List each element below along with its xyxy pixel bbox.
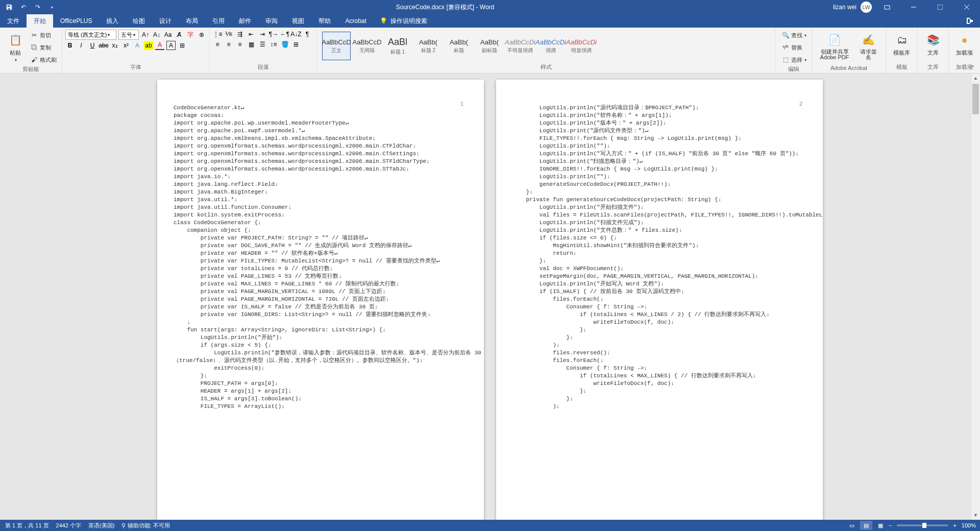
tab-design[interactable]: 设计 <box>152 14 179 28</box>
status-words[interactable]: 2442 个字 <box>56 522 82 529</box>
distribute-icon[interactable]: ☰ <box>258 40 267 49</box>
show-marks-icon[interactable]: ¶ <box>303 30 312 39</box>
tab-acrobat[interactable]: Acrobat <box>338 14 373 28</box>
tell-me-search[interactable]: 💡 操作说明搜索 <box>380 14 427 28</box>
page-2[interactable]: 2 LogUtils.println("源代码项目目录：$PROJECT_PAT… <box>496 80 823 520</box>
code-line[interactable]: LogUtils.println("源代码项目目录：$PROJECT_PATH"… <box>512 104 806 112</box>
web-layout-icon[interactable]: ▦ <box>874 521 887 530</box>
code-line[interactable]: LogUtils.println("写入方式：" + (if (IS_HALF)… <box>512 150 806 158</box>
code-line[interactable]: HEADER = args[1] + args[2]↓ <box>174 388 468 395</box>
style-item-7[interactable]: AaBbCcDi强调 <box>536 32 565 60</box>
code-line[interactable]: private var IGNORE_DIRS: List<String>? =… <box>174 311 468 319</box>
enclose-icon[interactable]: ⊕ <box>197 30 206 39</box>
qat-customize-icon[interactable]: ▾ <box>47 2 57 12</box>
line-spacing-icon[interactable]: ↕≡ <box>269 40 278 49</box>
template-lib-button[interactable]: 🗂模板库 <box>889 30 914 59</box>
tab-insert[interactable]: 插入 <box>99 14 126 28</box>
code-line[interactable]: private val PAGE_MARGIN_VERTICAL = 1080L… <box>174 288 468 296</box>
print-layout-icon[interactable]: ▤ <box>860 521 872 530</box>
ribbon-display-icon[interactable] <box>876 0 898 14</box>
code-line[interactable]: }↓ <box>512 395 806 403</box>
code-line[interactable]: private var HEADER = "" // 软件名称+版本号↵ <box>174 250 468 257</box>
minimize-button[interactable] <box>902 0 925 14</box>
code-line[interactable]: writeFileToDocx(f, doc)↓ <box>512 380 806 388</box>
status-page[interactable]: 第 1 页，共 11 页 <box>5 522 49 529</box>
code-line[interactable]: if (totalLines < MAX_LINES) { // 行数达到要求则… <box>512 372 806 380</box>
code-line[interactable]: import org.openxmlformats.schemas.wordpr… <box>174 150 468 158</box>
code-line[interactable]: class CodeDocxGenerator {↓ <box>174 219 468 227</box>
code-line[interactable]: LogUtils.println("扫描文件完成")↓ <box>512 219 806 227</box>
style-item-8[interactable]: AaBbCcDi明显强调 <box>567 32 596 60</box>
code-line[interactable]: LogUtils.print("源代码文件类型：")↵ <box>512 127 806 135</box>
decrease-indent-icon[interactable]: ⇤ <box>247 30 256 39</box>
code-line[interactable]: private val PAGE_MARGIN_HORIZONTAL = 720… <box>174 296 468 303</box>
shading-icon[interactable]: 🪣 <box>280 40 289 49</box>
text-effects-icon[interactable]: A <box>133 41 142 50</box>
code-line[interactable]: import java.math.BigInteger↓ <box>174 188 468 196</box>
increase-indent-icon[interactable]: ⇥ <box>258 30 267 39</box>
tab-mailings[interactable]: 邮件 <box>232 14 258 28</box>
document-area[interactable]: 1 CodeDocxGenerator.kt↵package cocoas↓im… <box>0 74 980 520</box>
code-line[interactable]: import java.io.*↓ <box>174 173 468 181</box>
multilevel-icon[interactable]: ⇶ <box>235 30 244 39</box>
zoom-out-icon[interactable]: − <box>889 522 892 528</box>
zoom-slider[interactable] <box>897 524 948 526</box>
scroll-thumb[interactable] <box>972 84 979 114</box>
style-item-5[interactable]: AaBb(副标题 <box>475 32 504 60</box>
request-sign-button[interactable]: ✍请求签名 <box>854 30 883 62</box>
cut-button[interactable]: ✂剪切 <box>28 30 59 41</box>
strikethrough-icon[interactable]: abc <box>99 41 108 50</box>
copy-button[interactable]: ⿻复制 <box>28 42 59 53</box>
tab-officeplus[interactable]: OfficePLUS <box>53 14 99 28</box>
code-line[interactable]: }↓ <box>512 388 806 395</box>
code-line[interactable]: import org.openxmlformats.schemas.wordpr… <box>174 165 468 173</box>
code-line[interactable]: import java.util.*↓ <box>174 196 468 204</box>
scroll-down-icon[interactable]: ▼ <box>971 511 980 520</box>
code-line[interactable]: if (files.size <= 0) {↓ <box>512 234 806 242</box>
borders-icon[interactable]: ⊞ <box>291 40 301 49</box>
align-left-icon[interactable]: ≡ <box>213 40 222 49</box>
align-center-icon[interactable]: ≡ <box>224 40 233 49</box>
code-line[interactable]: private val PAGE_LINES = 53 // 文档每页行数↓ <box>174 273 468 280</box>
char-shading-icon[interactable]: ⊞ <box>178 41 187 50</box>
select-button[interactable]: ⬚选择▾ <box>779 54 808 65</box>
code-line[interactable]: if (IS_HALF) { // 按前后各 30 页写入源码文档中↓ <box>512 288 806 296</box>
code-line[interactable]: Consumer { f: String ->↓ <box>512 303 806 311</box>
format-painter-button[interactable]: 🖌格式刷 <box>28 54 59 65</box>
code-line[interactable]: Consumer { f: String ->↓ <box>512 365 806 372</box>
code-line[interactable]: writeFileToDocx(f, doc)↓ <box>512 319 806 326</box>
code-line[interactable]: private fun generateSourceCodeDocx(proje… <box>512 196 806 204</box>
tab-view[interactable]: 视图 <box>285 14 311 28</box>
code-line[interactable]: import org.apache.poi.xwpf.usermodel.*↵ <box>174 127 468 135</box>
tab-review[interactable]: 审阅 <box>258 14 285 28</box>
code-line[interactable]: CodeDocxGenerator.kt↵ <box>174 104 468 112</box>
code-line[interactable]: }↓ <box>512 334 806 342</box>
code-line[interactable]: files.forEach(↓ <box>512 357 806 365</box>
read-mode-icon[interactable]: ▭ <box>846 521 858 530</box>
zoom-in-icon[interactable]: + <box>953 522 956 528</box>
align-right-icon[interactable]: ≡ <box>235 40 244 49</box>
highlight-icon[interactable]: ab <box>144 41 153 50</box>
scroll-up-icon[interactable]: ▲ <box>971 74 980 83</box>
code-line[interactable]: import org.openxmlformats.schemas.wordpr… <box>174 158 468 165</box>
bullets-icon[interactable]: ⋮≡ <box>213 30 222 39</box>
find-button[interactable]: 🔍查找▾ <box>779 30 808 41</box>
collapse-ribbon-icon[interactable]: ⌃ <box>968 64 978 72</box>
create-pdf-button[interactable]: 📄创建并共享 Adobe PDF <box>815 30 854 62</box>
numbering-icon[interactable]: ⅟≡ <box>224 30 233 39</box>
code-line[interactable]: private var DOC_SAVE_PATH = "" // 生成的源代码… <box>174 242 468 250</box>
code-line[interactable]: LogUtils.println("文件总数：" + files.size)↓ <box>512 227 806 234</box>
ltr-icon[interactable]: ¶→ <box>269 30 278 39</box>
code-line[interactable]: }↓ <box>512 188 806 196</box>
code-line[interactable]: IS_HALF = args[3].toBoolean()↓ <box>174 395 468 403</box>
undo-icon[interactable]: ↶ <box>18 2 29 12</box>
code-line[interactable]: LogUtils.println("软件名称：" + args[1])↓ <box>512 112 806 119</box>
code-line[interactable]: val files = FileUtils.scanFiles(projectP… <box>512 211 806 219</box>
code-line[interactable]: generateSourceCodeDocx(PROJECT_PATH!!)↓ <box>512 181 806 188</box>
justify-icon[interactable]: ▦ <box>247 40 256 49</box>
style-item-6[interactable]: AaBbCcDi不明显强调 <box>506 32 534 60</box>
code-line[interactable]: LogUtils.println("参数错误，请输入参数：源代码项目目录、软件名… <box>174 349 468 357</box>
vertical-scrollbar[interactable]: ▲ ▼ <box>971 74 980 520</box>
font-size-combo[interactable]: 五号▾ <box>118 30 139 40</box>
font-family-combo[interactable]: 等线 (西文正文)▾ <box>65 30 116 40</box>
